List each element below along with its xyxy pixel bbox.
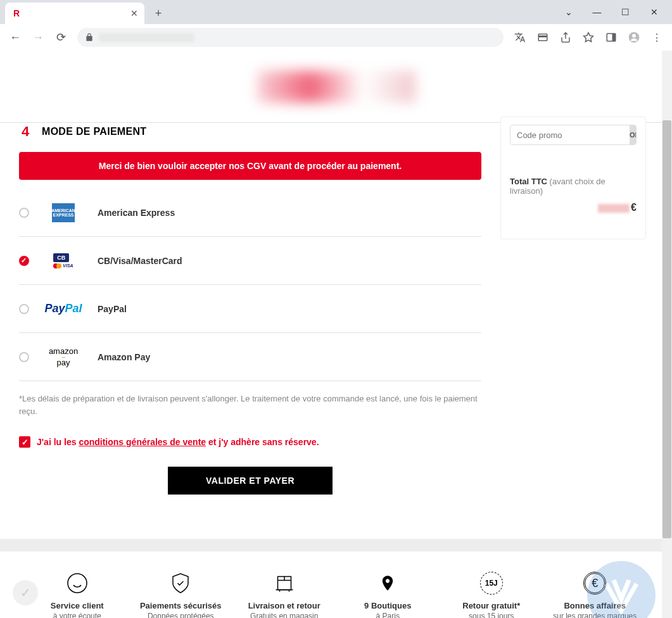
reload-button[interactable]: ⟳ <box>51 27 71 47</box>
payment-card: Merci de bien vouloir accepter nos CGV a… <box>19 152 481 520</box>
footer-title: Service client <box>25 601 129 610</box>
translate-icon[interactable] <box>510 27 530 47</box>
footer-sub: Gratuits en magasin <box>232 612 336 618</box>
days-badge-icon: 15J <box>440 571 543 596</box>
new-tab-button[interactable]: + <box>149 4 167 22</box>
terms-suffix: et j'y adhère sans réserve. <box>206 437 319 447</box>
validate-pay-button[interactable]: VALIDER ET PAYER <box>168 467 333 495</box>
forward-button[interactable]: → <box>28 27 48 47</box>
payment-option-amazonpay[interactable]: amazon⌣pay Amazon Pay <box>19 333 481 381</box>
section-title: MODE DE PAIEMENT <box>42 126 146 137</box>
alert-banner: Merci de bien vouloir accepter nos CGV a… <box>19 152 481 180</box>
minimize-button[interactable]: — <box>583 3 611 22</box>
svg-point-6 <box>386 579 390 583</box>
address-bar[interactable] <box>77 28 504 47</box>
svg-point-4 <box>68 574 87 593</box>
section-header: 4 MODE DE PAIEMENT <box>19 123 481 141</box>
maximize-button[interactable]: ☐ <box>611 3 640 22</box>
promo-code-input[interactable] <box>510 125 630 144</box>
payment-label: American Express <box>98 208 175 218</box>
site-header <box>0 51 672 123</box>
shield-icon <box>129 571 233 596</box>
currency: € <box>631 202 637 213</box>
footer-title: Retour gratuit* <box>440 601 543 610</box>
total-label: Total TTC <box>510 177 547 186</box>
svg-rect-1 <box>612 34 616 41</box>
chevron-down-icon[interactable]: ⌄ <box>554 3 583 22</box>
toolbar: ← → ⟳ ⋮ <box>0 24 672 51</box>
footer-boutiques: 9 Boutiques à Paris <box>336 571 440 618</box>
lock-icon <box>85 33 94 42</box>
svg-point-3 <box>632 34 636 38</box>
footer-sub: sous 15 jours <box>440 612 543 618</box>
radio-icon <box>19 304 29 314</box>
profile-icon[interactable] <box>624 27 644 47</box>
footer-sub: à votre écoute <box>25 612 129 618</box>
payment-option-paypal[interactable]: PayPal PayPal <box>19 285 481 333</box>
payment-option-amex[interactable]: AMERICANEXPRESS American Express <box>19 189 481 237</box>
paypal-logo: PayPal <box>44 296 82 322</box>
smile-icon <box>25 571 129 596</box>
step-number: 4 <box>19 123 32 140</box>
page-content: 4 MODE DE PAIEMENT Merci de bien vouloir… <box>0 123 672 520</box>
terms-checkbox[interactable]: ✓ <box>19 436 30 448</box>
status-check-icon: ✓ <box>13 580 38 605</box>
payment-label: PayPal <box>98 304 127 314</box>
pin-icon <box>336 571 440 596</box>
bookmark-icon[interactable] <box>578 27 599 47</box>
scrollbar[interactable] <box>662 51 672 618</box>
browser-chrome: R ✕ + ⌄ — ☐ ✕ ← → ⟳ ⋮ <box>0 0 672 51</box>
payment-option-cb[interactable]: CB VISA CB/Visa/MasterCard <box>19 237 481 285</box>
footer-sub: à Paris <box>336 612 440 618</box>
amex-logo: AMERICANEXPRESS <box>44 200 82 225</box>
favicon: R <box>11 8 22 18</box>
promo-row: OK <box>510 125 637 145</box>
radio-checked-icon <box>19 256 29 266</box>
share-icon[interactable] <box>555 27 576 47</box>
cb-logo: CB VISA <box>44 248 82 274</box>
sidepanel-icon[interactable] <box>601 27 621 47</box>
terms-link[interactable]: conditions générales de vente <box>79 437 206 447</box>
close-window-button[interactable]: ✕ <box>640 3 668 22</box>
total-row: Total TTC (avant choix de livraison) <box>510 177 637 196</box>
package-icon <box>232 571 336 596</box>
footer-free-return: 15J Retour gratuit* sous 15 jours <box>440 571 543 618</box>
watermark-icon <box>583 557 659 618</box>
footer-secure-payments: Paiements sécurisés Données protégées <box>129 571 233 618</box>
footer-sub: Données protégées <box>129 612 233 618</box>
radio-icon <box>19 208 29 218</box>
payment-icon[interactable] <box>533 27 553 47</box>
amazonpay-logo: amazon⌣pay <box>44 344 82 370</box>
menu-icon[interactable]: ⋮ <box>647 27 667 47</box>
footer-service-client: Service client à votre écoute <box>25 571 129 618</box>
titlebar: R ✕ + ⌄ — ☐ ✕ <box>0 0 672 24</box>
close-tab-icon[interactable]: ✕ <box>130 8 138 18</box>
footer: Service client à votre écoute Paiements … <box>0 552 672 618</box>
payment-label: Amazon Pay <box>98 352 150 362</box>
terms-text: J'ai lu les conditions générales de vent… <box>37 437 319 447</box>
logo-redacted <box>257 71 415 103</box>
total-amount: € <box>510 202 637 213</box>
footer-delivery: Livraison et retour Gratuits en magasin <box>232 571 336 618</box>
promo-apply-button[interactable]: OK <box>630 125 637 144</box>
tab-bar: R ✕ + <box>0 0 167 24</box>
footer-title: 9 Boutiques <box>336 601 440 610</box>
radio-icon <box>19 352 29 362</box>
amount-redacted <box>598 204 630 213</box>
terms-prefix: J'ai lu les <box>37 437 79 447</box>
order-summary-card: OK Total TTC (avant choix de livraison) … <box>500 117 646 239</box>
payment-label: CB/Visa/MasterCard <box>98 256 182 266</box>
url-redacted <box>99 33 194 42</box>
footer-title: Paiements sécurisés <box>129 601 233 610</box>
back-button[interactable]: ← <box>5 27 25 47</box>
scroll-thumb[interactable] <box>662 120 671 538</box>
terms-row: ✓ J'ai lu les conditions générales de ve… <box>19 436 481 448</box>
browser-tab[interactable]: R ✕ <box>5 3 144 24</box>
disclaimer-text: *Les délais de préparation et de livrais… <box>19 393 481 417</box>
footer-title: Livraison et retour <box>232 601 336 610</box>
window-buttons: ⌄ — ☐ ✕ <box>554 3 672 22</box>
